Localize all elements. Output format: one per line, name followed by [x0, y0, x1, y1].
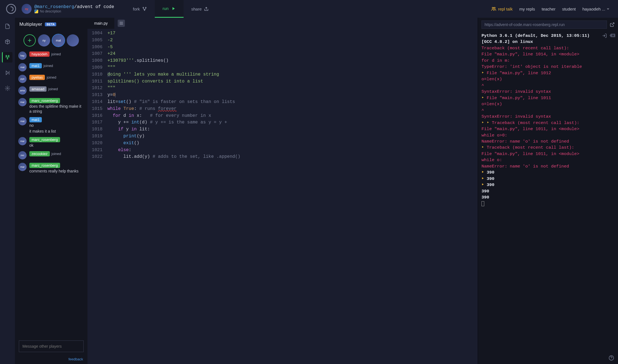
repl-owner[interactable]: @marc_rosenberg: [34, 4, 74, 9]
rail-settings[interactable]: [2, 83, 13, 94]
run-button[interactable]: run: [155, 0, 184, 18]
line-content[interactable]: lit=set() # "in" is faster on sets than …: [107, 99, 478, 105]
line-content[interactable]: splitlines() converts it into a list: [107, 78, 478, 85]
line-number: 1006: [87, 44, 107, 51]
code-line[interactable]: 1004+17: [87, 30, 478, 37]
line-content[interactable]: else:: [107, 147, 478, 154]
code-line[interactable]: 1010doing ''' lets you make a multiline …: [87, 71, 478, 78]
rail-packages[interactable]: [2, 37, 13, 47]
line-content[interactable]: doing ''' lets you make a multiline stri…: [107, 71, 478, 78]
rail-debugger[interactable]: [2, 68, 13, 78]
user-pill[interactable]: marc_rosenberg: [29, 98, 60, 103]
code-line[interactable]: 1015while True: # runs forever: [87, 105, 478, 112]
owner-avatar[interactable]: ny: [22, 4, 32, 14]
external-link-icon[interactable]: [610, 22, 615, 27]
tab-main-py[interactable]: main.py: [87, 18, 114, 29]
user-pill[interactable]: pyelias: [29, 75, 45, 80]
chat-avatar: zec: [18, 151, 27, 159]
player-avatar[interactable]: mat: [52, 34, 65, 47]
chat-input[interactable]: [19, 340, 84, 352]
user-pill[interactable]: zecookiez: [29, 151, 50, 156]
chat-message: does the splitline thing make it a strin…: [29, 104, 84, 114]
help-icon[interactable]: [609, 355, 614, 361]
code-line[interactable]: 1017 y += int(d) # y += is the same as y…: [87, 119, 478, 126]
console-line: ‣ 390: [481, 176, 615, 182]
add-player-button[interactable]: +: [24, 34, 36, 47]
player-avatar[interactable]: ny: [38, 34, 50, 47]
code-line[interactable]: 1008+130793'''.splitlines(): [87, 57, 478, 64]
player-avatar[interactable]: [67, 34, 79, 47]
console-line: ‣ File "main.py", line 1011: [481, 95, 615, 101]
line-content[interactable]: if y in lit:: [107, 126, 478, 133]
user-pill[interactable]: marc_rosenberg: [29, 163, 60, 168]
chat-message: comments really help thanks: [29, 169, 84, 174]
line-content[interactable]: print(y): [107, 133, 478, 140]
chat-status: joined: [51, 52, 61, 56]
user-pill[interactable]: marc_rosenberg: [29, 137, 60, 142]
console-output[interactable]: Python 3.6.1 (default, Dec 2015, 13:05:1…: [478, 32, 618, 364]
nav-user-menu[interactable]: hayaodeh ...: [582, 7, 610, 11]
line-number: 1009: [87, 64, 107, 71]
code-line[interactable]: 1016 for d in x: # for every number in x: [87, 112, 478, 119]
feedback-link[interactable]: feedback: [15, 356, 87, 364]
chat-message: no: [29, 123, 84, 128]
share-button[interactable]: share: [184, 0, 217, 18]
code-line[interactable]: 1021 else:: [87, 147, 478, 154]
svg-point-2: [144, 10, 145, 11]
line-content[interactable]: -2: [107, 37, 478, 44]
code-line[interactable]: 1014lit=set() # "in" is faster on sets t…: [87, 99, 478, 105]
line-content[interactable]: """: [107, 64, 478, 71]
code-line[interactable]: 1009""": [87, 64, 478, 71]
code-line[interactable]: 1022 lit.add(y) # adds to the set, like …: [87, 153, 478, 160]
code-line[interactable]: 1013y=0: [87, 92, 478, 99]
rail-multiplayer[interactable]: [2, 52, 12, 63]
chat-log[interactable]: hayhayaodehjoinedmatmat1joinedpyepyelias…: [15, 51, 87, 337]
chat-avatar: mar: [18, 137, 27, 145]
code-line[interactable]: 1007+24: [87, 50, 478, 57]
markdown-toggle[interactable]: [118, 20, 125, 27]
console-line: File "main.py", line 1014, in <module>: [481, 51, 615, 57]
line-content[interactable]: exit(): [107, 140, 478, 147]
clear-console-icon[interactable]: [609, 33, 615, 38]
code-line[interactable]: 1019 print(y): [87, 133, 478, 140]
user-pill[interactable]: amasad: [29, 86, 47, 92]
line-content[interactable]: while True: # runs forever: [107, 105, 478, 112]
url-input[interactable]: [481, 20, 607, 29]
nav-repl-talk[interactable]: repl talk: [491, 7, 513, 11]
code-line[interactable]: 1006-5: [87, 44, 478, 51]
fork-button[interactable]: fork: [125, 0, 155, 18]
line-content[interactable]: +130793'''.splitlines(): [107, 57, 478, 64]
line-content[interactable]: lit.add(y) # adds to the set, like .appe…: [107, 153, 478, 160]
line-content[interactable]: +24: [107, 50, 478, 57]
code-line[interactable]: 1018 if y in lit:: [87, 126, 478, 133]
user-pill[interactable]: hayaodeh: [29, 51, 50, 57]
rail-files[interactable]: [2, 21, 13, 32]
user-pill[interactable]: mat1: [29, 117, 42, 122]
nav-my-repls[interactable]: my repls: [519, 7, 535, 11]
line-content[interactable]: +17: [107, 30, 478, 37]
console-line: File "main.py", line 1011, in <module>: [481, 126, 615, 132]
console-line: ‣ ‣ Traceback (most recent call last):: [481, 120, 615, 126]
line-content[interactable]: """: [107, 85, 478, 92]
nav-teacher[interactable]: teacher: [542, 7, 555, 11]
user-pill[interactable]: mat1: [29, 63, 42, 68]
line-content[interactable]: -5: [107, 44, 478, 51]
svg-point-6: [8, 55, 9, 56]
console-line: File "main.py", line 1011, in <module>: [481, 151, 615, 157]
code-line[interactable]: 1005-2: [87, 37, 478, 44]
code-line[interactable]: 1011splitlines() converts it into a list: [87, 78, 478, 85]
line-content[interactable]: for d in x: # for every number in x: [107, 112, 478, 119]
line-content[interactable]: y=0: [107, 92, 478, 99]
console-line: SyntaxError: invalid syntax: [481, 89, 615, 95]
code-line[interactable]: 1020 exit(): [87, 140, 478, 147]
chat-avatar: ama: [18, 86, 27, 95]
code-line[interactable]: 1012""": [87, 85, 478, 92]
chat-status: joined: [43, 64, 53, 68]
chat-avatar: pye: [18, 75, 27, 83]
line-content[interactable]: y += int(d) # y += is the same as y = y …: [107, 119, 478, 126]
nav-student[interactable]: student: [562, 7, 576, 11]
console-line: Traceback (most recent call last):: [481, 45, 615, 51]
login-icon[interactable]: [602, 33, 607, 38]
code-editor[interactable]: 1004+171005-21006-51007+241008+130793'''…: [87, 29, 478, 364]
logo[interactable]: [3, 4, 19, 14]
